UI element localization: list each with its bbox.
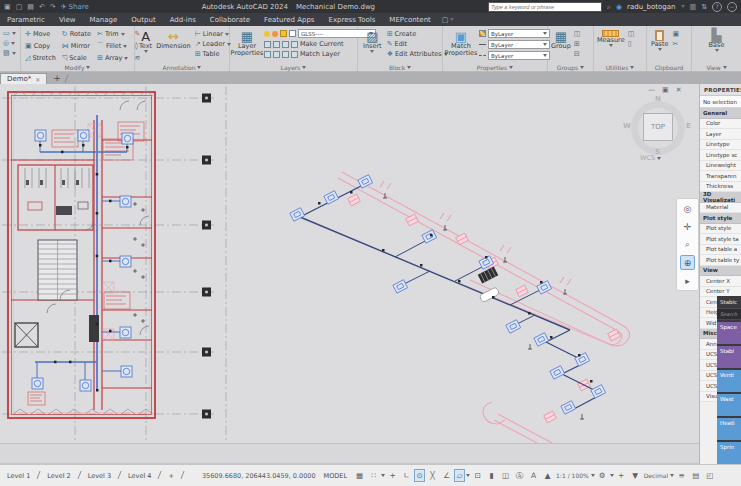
document-tab-demo[interactable]: Demo* ✕ [0, 73, 47, 84]
draw-circle-button[interactable]: ◎ [3, 39, 20, 47]
lineweight-dropdown[interactable]: ByLayer [488, 40, 550, 49]
layout-tab-level2[interactable]: Level 2 [44, 472, 73, 480]
dynamic-input-icon[interactable]: + [386, 469, 399, 482]
panel-label-clipboard[interactable]: Clipboard [647, 64, 691, 71]
close-icon[interactable]: ✕ [676, 86, 682, 94]
save-icon[interactable]: ▢ [16, 3, 23, 11]
panel-label-annotation[interactable]: Annotation [135, 64, 229, 71]
search-input[interactable] [488, 2, 602, 12]
app-menu-icon[interactable]: ▣ [4, 3, 11, 11]
annotation-scale-icon[interactable]: ▲ [541, 469, 554, 482]
lineweight-toggle-icon[interactable]: ▮ [485, 469, 498, 482]
draw-rectangle-button[interactable]: ▭ [3, 29, 20, 37]
array-button[interactable]: ⊞Array [97, 54, 128, 62]
annotation-monitor-icon[interactable]: + [615, 469, 628, 482]
quick-properties-icon[interactable]: ≡ [675, 469, 688, 482]
palette-item-stabi[interactable]: Stabi [717, 346, 741, 368]
scale-caret-icon[interactable] [591, 474, 595, 477]
tab-add-ins[interactable]: Add-ins [163, 13, 203, 26]
angle-snap-icon[interactable]: ∠ [440, 469, 453, 482]
network-icon[interactable]: ⇅ [701, 3, 707, 11]
palette-item-ventilation[interactable]: Venti [717, 370, 741, 392]
command-line-area[interactable] [0, 443, 699, 464]
new-tab-button[interactable]: + [53, 73, 61, 84]
grid-toggle-icon[interactable]: ▦ [353, 469, 366, 482]
ribbon-display-toggle[interactable]: ▢ [442, 16, 455, 24]
copy-clip-button[interactable]: ▣ [673, 30, 680, 38]
clean-screen-icon[interactable]: ◰ [703, 469, 716, 482]
object-snap-icon[interactable]: ⊡ [471, 469, 484, 482]
group-toggle-button[interactable]: ⊟ [574, 50, 581, 58]
model-space-toggle[interactable]: MODEL [324, 472, 347, 480]
match-layer-button[interactable]: Match Layer [300, 50, 340, 58]
search-icon[interactable]: ⌕ [607, 3, 611, 11]
snap-toggle-icon[interactable]: ∷ [367, 469, 380, 482]
panel-label-layers[interactable]: Layers [230, 64, 357, 71]
row-plot-style[interactable]: Plot style [700, 224, 741, 235]
tab-express-tools[interactable]: Express Tools [322, 13, 383, 26]
layer-tool-icon-2[interactable] [273, 41, 280, 48]
move-button[interactable]: ✛Move [25, 30, 56, 38]
quick-calc-button[interactable]: ▯ [628, 40, 635, 48]
quick-select-button[interactable]: ◫ [628, 30, 635, 38]
workspace-gear-icon[interactable]: ⚙ [596, 469, 609, 482]
row-linetype[interactable]: Linetype [700, 140, 741, 151]
layer-tool-icon-8[interactable] [291, 51, 298, 58]
panel-label-block[interactable]: Block [358, 64, 442, 71]
cut-clip-button[interactable]: ✂ [673, 40, 680, 48]
panel-label-utilities[interactable]: Utilities [594, 64, 646, 71]
orbit-icon[interactable]: ⊕ [680, 255, 695, 270]
panel-label-properties[interactable]: Properties [443, 64, 547, 71]
annotation-visibility-icon[interactable]: Ⓐ [513, 469, 526, 482]
new-layout-button[interactable]: + [165, 472, 176, 480]
ungroup-button[interactable]: ◫ [574, 30, 581, 38]
layer-tool-icon-1[interactable] [264, 41, 271, 48]
edit-attributes-button[interactable]: ❖Edit Attributes [387, 50, 448, 58]
viewcube[interactable]: N W E S TOP WCS [628, 98, 688, 164]
linetype-dropdown[interactable]: ByLayer [488, 51, 550, 60]
mirror-button[interactable]: ⋈Mirror [62, 42, 91, 50]
annotation-autoscale-icon[interactable]: A [527, 469, 540, 482]
group-edit-button[interactable]: ⊞ [574, 40, 581, 48]
row-center-x[interactable]: Center X [700, 276, 741, 287]
palette-title[interactable]: PROPERTIES [700, 84, 741, 96]
panel-label-modify[interactable]: Modify [21, 64, 134, 71]
isodraft-caret-icon[interactable] [466, 474, 470, 477]
panel-label-view[interactable]: View [692, 64, 741, 71]
tab-parametric[interactable]: Parametric [0, 13, 52, 26]
scale-button[interactable]: ◹Scale [62, 54, 91, 62]
section-3d-visualization[interactable]: 3D Visualizati [700, 192, 741, 203]
object-snap-tracking-icon[interactable]: ╳ [426, 469, 439, 482]
row-plot-table-type[interactable]: Plot table ty [700, 255, 741, 266]
model-space-canvas[interactable]: — ▣ ✕ N W E S TOP WCS ◎ ✛ ⌕ ⊕ ▸ [0, 84, 699, 443]
row-linetype-scale[interactable]: Linetype sc [700, 150, 741, 161]
help-icon[interactable]: ? [712, 2, 722, 12]
layer-tool-icon-7[interactable] [282, 51, 289, 58]
create-block-button[interactable]: ⊞Create [387, 30, 448, 38]
layer-tool-icon-6[interactable] [273, 51, 280, 58]
layer-tool-icon-3[interactable] [282, 41, 289, 48]
system-tray-icon[interactable]: ▤ [689, 469, 702, 482]
stretch-button[interactable]: ◿Stretch [25, 54, 56, 62]
print-icon[interactable]: ▤ [27, 3, 34, 11]
user-caret-icon[interactable] [681, 5, 685, 8]
palette-item-sprinkler[interactable]: Sprin [717, 442, 741, 464]
user-name[interactable]: radu_botogan [627, 3, 675, 11]
annotation-scale-value[interactable]: 1:1 / 100% [555, 469, 590, 482]
showmotion-icon[interactable]: ▸ [680, 273, 695, 288]
layer-thaw-icon[interactable] [272, 31, 278, 37]
dimension-button[interactable]: ↔ Dimension [156, 28, 191, 58]
viewcube-west[interactable]: W [623, 122, 631, 130]
table-button[interactable]: ⊞Table [195, 50, 231, 58]
tool-palette-title[interactable]: Stabic [717, 296, 741, 308]
tab-mepcontent[interactable]: MEPcontent [382, 13, 437, 26]
palette-item-space[interactable]: Space [717, 322, 741, 344]
ortho-toggle-icon[interactable]: ∟ [400, 469, 413, 482]
cart-icon[interactable]: ▥ [690, 3, 697, 11]
layer-tool-icon-5[interactable] [264, 51, 271, 58]
units-value[interactable]: Decimal [643, 469, 669, 482]
layout-tab-level1[interactable]: Level 1 [4, 472, 33, 480]
layout-tab-level3[interactable]: Level 3 [85, 472, 114, 480]
tab-manage[interactable]: Manage [83, 13, 125, 26]
edit-block-button[interactable]: ✎Edit [387, 40, 448, 48]
